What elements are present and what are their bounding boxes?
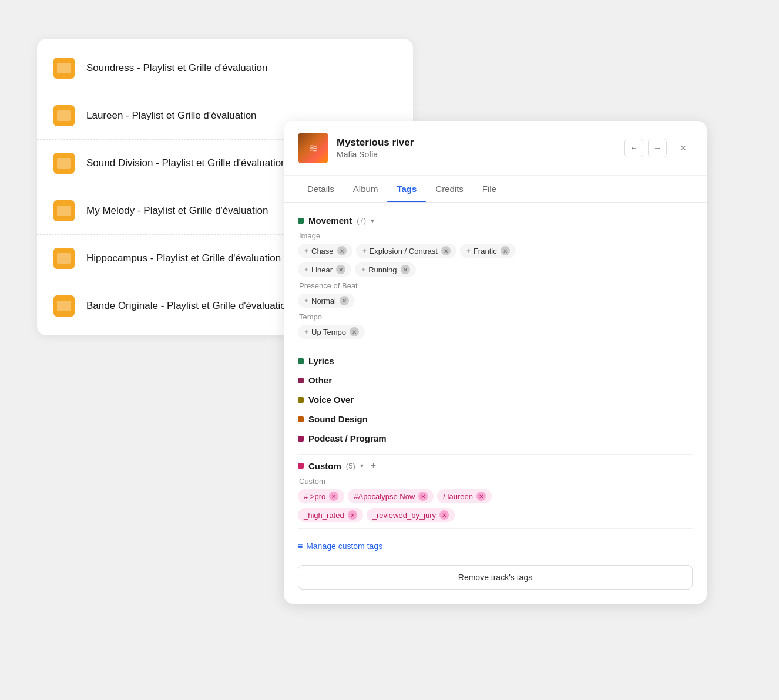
voice-over-section[interactable]: Voice Over bbox=[298, 390, 693, 409]
custom-tags-row-1: # >pro ✕ #Apocalypse Now ✕ / laureen ✕ bbox=[298, 489, 693, 503]
tag-pro-label: # >pro bbox=[304, 492, 325, 501]
movement-chevron[interactable]: ▾ bbox=[371, 217, 374, 225]
image-tags-row: ✦ Chase ✕ ✦ Explosion / Contrast ✕ ✦ Fra… bbox=[298, 244, 693, 258]
tag-apocalypse-now: #Apocalypse Now ✕ bbox=[348, 489, 434, 503]
tag-explosion: ✦ Explosion / Contrast ✕ bbox=[356, 244, 456, 258]
voice-over-dot bbox=[298, 397, 304, 403]
track-info: Mysterious river Mafia Sofia bbox=[337, 137, 624, 159]
tag-icon: ✦ bbox=[466, 247, 471, 255]
custom-tags-row-2: _high_rated ✕ _reviewed_by_jury ✕ bbox=[298, 508, 693, 522]
manage-custom-tags-link[interactable]: ≡ Manage custom tags bbox=[298, 541, 382, 551]
presence-subsection-label: Presence of Beat bbox=[298, 281, 693, 290]
tag-pro-remove[interactable]: ✕ bbox=[329, 492, 338, 501]
tag-linear-remove[interactable]: ✕ bbox=[336, 265, 345, 274]
tab-bar: Details Album Tags Credits File bbox=[284, 176, 707, 203]
tag-frantic-remove[interactable]: ✕ bbox=[501, 246, 510, 255]
next-track-button[interactable]: → bbox=[648, 139, 667, 157]
tag-up-tempo: ✦ Up Tempo ✕ bbox=[298, 325, 365, 339]
movement-section-header: Movement (7) ▾ bbox=[298, 216, 693, 226]
prev-track-button[interactable]: ← bbox=[624, 139, 643, 157]
tag-icon: ✦ bbox=[304, 247, 309, 255]
tag-chase-label: Chase bbox=[311, 247, 334, 255]
close-button[interactable]: × bbox=[674, 139, 693, 157]
podcast-label: Podcast / Program bbox=[308, 433, 387, 443]
podcast-dot bbox=[298, 436, 304, 442]
folder-icon-5 bbox=[53, 248, 75, 269]
folder-icon-6 bbox=[53, 295, 75, 317]
playlist-label-3: Sound Division - Playlist et Grille d'év… bbox=[86, 157, 287, 169]
playlist-label-2: Laureen - Playlist et Grille d'évaluatio… bbox=[86, 110, 257, 122]
image-subsection-label: Image bbox=[298, 231, 693, 240]
sound-design-section[interactable]: Sound Design bbox=[298, 409, 693, 429]
movement-title: Movement bbox=[308, 216, 352, 226]
playlist-label-1: Soundress - Playlist et Grille d'évaluat… bbox=[86, 62, 267, 74]
other-dot bbox=[298, 378, 304, 383]
tag-laureen: / laureen ✕ bbox=[437, 489, 492, 503]
podcast-section[interactable]: Podcast / Program bbox=[298, 429, 693, 448]
tag-up-tempo-remove[interactable]: ✕ bbox=[350, 327, 359, 336]
playlist-label-5: Hippocampus - Playlist et Grille d'évalu… bbox=[86, 253, 281, 264]
tab-file[interactable]: File bbox=[473, 176, 506, 202]
track-artist: Mafia Sofia bbox=[337, 150, 624, 159]
tab-tags[interactable]: Tags bbox=[387, 176, 426, 202]
tag-icon: ✦ bbox=[304, 297, 309, 305]
tag-reviewed-label: _reviewed_by_jury bbox=[372, 511, 436, 520]
tag-up-tempo-label: Up Tempo bbox=[311, 328, 346, 336]
sound-design-dot bbox=[298, 416, 304, 422]
custom-dot bbox=[298, 463, 304, 469]
tag-linear: ✦ Linear ✕ bbox=[298, 262, 351, 277]
other-label: Other bbox=[308, 375, 332, 385]
track-detail-panel: Mysterious river Mafia Sofia ← → × Detai… bbox=[284, 121, 707, 604]
tab-credits[interactable]: Credits bbox=[426, 176, 473, 202]
tag-explosion-remove[interactable]: ✕ bbox=[441, 246, 451, 255]
tag-icon: ✦ bbox=[304, 266, 309, 274]
tag-laureen-remove[interactable]: ✕ bbox=[476, 492, 486, 501]
lyrics-label: Lyrics bbox=[308, 356, 334, 366]
tag-frantic-label: Frantic bbox=[474, 247, 497, 255]
manage-icon: ≡ bbox=[298, 541, 303, 551]
tag-reviewed-by-jury: _reviewed_by_jury ✕ bbox=[367, 508, 455, 522]
tag-icon: ✦ bbox=[362, 247, 367, 255]
track-header: Mysterious river Mafia Sofia ← → × bbox=[284, 121, 707, 176]
divider-2 bbox=[298, 454, 693, 455]
voice-over-label: Voice Over bbox=[308, 395, 354, 405]
tab-album[interactable]: Album bbox=[344, 176, 388, 202]
tag-chase-remove[interactable]: ✕ bbox=[337, 246, 347, 255]
image-tags-row-2: ✦ Linear ✕ ✦ Running ✕ bbox=[298, 262, 693, 277]
tag-laureen-label: / laureen bbox=[443, 492, 473, 501]
tempo-subsection-label: Tempo bbox=[298, 312, 693, 321]
tempo-tags-row: ✦ Up Tempo ✕ bbox=[298, 325, 693, 339]
track-title: Mysterious river bbox=[337, 137, 624, 149]
tags-content: Movement (7) ▾ Image ✦ Chase ✕ ✦ Explosi… bbox=[284, 203, 707, 604]
folder-icon-3 bbox=[53, 153, 75, 174]
tag-reviewed-remove[interactable]: ✕ bbox=[439, 510, 449, 520]
tag-running: ✦ Running ✕ bbox=[355, 262, 415, 277]
custom-add-button[interactable]: + bbox=[371, 460, 376, 471]
sound-design-label: Sound Design bbox=[308, 414, 368, 424]
folder-icon-4 bbox=[53, 200, 75, 221]
playlist-label-6: Bande Originale - Playlist et Grille d'é… bbox=[86, 300, 291, 312]
tag-icon: ✦ bbox=[361, 266, 366, 274]
tag-apocalypse-remove[interactable]: ✕ bbox=[418, 492, 428, 501]
movement-count: (7) bbox=[357, 216, 366, 225]
tag-normal-label: Normal bbox=[311, 297, 336, 305]
other-section[interactable]: Other bbox=[298, 371, 693, 390]
tag-high-rated-remove[interactable]: ✕ bbox=[348, 510, 357, 520]
custom-section-header: Custom (5) ▾ + bbox=[298, 460, 693, 471]
folder-icon-1 bbox=[53, 58, 75, 79]
track-navigation: ← → × bbox=[624, 139, 693, 157]
presence-tags-row: ✦ Normal ✕ bbox=[298, 294, 693, 308]
tab-details[interactable]: Details bbox=[298, 176, 344, 202]
divider-1 bbox=[298, 345, 693, 345]
tag-running-label: Running bbox=[368, 265, 397, 274]
tag-normal-remove[interactable]: ✕ bbox=[340, 296, 349, 305]
custom-chevron[interactable]: ▾ bbox=[360, 462, 364, 470]
lyrics-section[interactable]: Lyrics bbox=[298, 351, 693, 371]
tag-apocalypse-label: #Apocalypse Now bbox=[354, 492, 415, 501]
playlist-item-1[interactable]: Soundress - Playlist et Grille d'évaluat… bbox=[37, 45, 413, 92]
remove-tags-button[interactable]: Remove track's tags bbox=[298, 565, 693, 590]
tag-running-remove[interactable]: ✕ bbox=[401, 265, 410, 274]
folder-icon-2 bbox=[53, 105, 75, 126]
custom-title: Custom bbox=[308, 461, 341, 471]
track-thumbnail bbox=[298, 133, 328, 163]
